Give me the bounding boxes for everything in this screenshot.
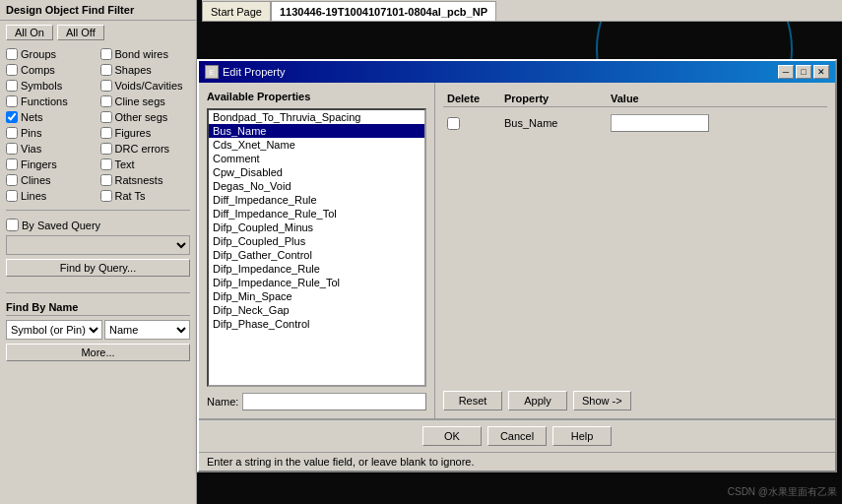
checkbox-grid: Groups Bond wires Comps Shapes Symbols V… — [0, 44, 196, 206]
checkbox-comps[interactable]: Comps — [4, 62, 98, 78]
checkbox-symbols-input[interactable] — [6, 80, 18, 92]
bus-name-checkbox-input[interactable] — [447, 117, 460, 130]
find-by-name-label: Find By Name — [6, 299, 190, 316]
all-on-button[interactable]: All On — [6, 25, 53, 40]
list-item-difp-min-space[interactable]: Difp_Min_Space — [209, 289, 424, 303]
checkbox-text[interactable]: Text — [98, 157, 193, 172]
delete-col-header: Delete — [447, 93, 496, 104]
checkbox-vias[interactable]: Vias — [4, 141, 98, 157]
properties-listbox[interactable]: Bondpad_To_Thruvia_Spacing Bus_Name Cds_… — [207, 108, 426, 387]
status-bar: Enter a string in the value field, or le… — [199, 452, 835, 471]
value-col-header: Value — [611, 93, 689, 104]
apply-button[interactable]: Apply — [508, 391, 567, 410]
tab-pcb[interactable]: 1130446-19T1004107101-0804al_pcb_NP — [271, 1, 496, 21]
dialog-minimize-button[interactable]: ─ — [778, 65, 794, 79]
list-item-cds-xnet[interactable]: Cds_Xnet_Name — [209, 138, 424, 152]
bus-name-value — [611, 114, 823, 132]
dialog-bottom-btns: OK Cancel Help — [199, 419, 835, 452]
by-saved-query-checkbox[interactable] — [6, 219, 19, 231]
list-item-difp-coupled-plus[interactable]: Difp_Coupled_Plus — [209, 234, 424, 248]
dialog-app-icon: E — [205, 65, 219, 79]
edit-property-dialog: E Edit Property ─ □ ✕ Available Properti… — [197, 59, 837, 472]
checkbox-functions-label: Functions — [21, 95, 68, 107]
all-off-button[interactable]: All Off — [57, 25, 104, 40]
checkbox-figures[interactable]: Figures — [98, 125, 193, 141]
checkbox-functions-input[interactable] — [6, 95, 18, 107]
checkbox-fingers-input[interactable] — [6, 158, 18, 170]
checkbox-cline-segs-input[interactable] — [100, 95, 112, 107]
dialog-title-left: E Edit Property — [205, 65, 286, 79]
checkbox-rat-ts[interactable]: Rat Ts — [98, 188, 193, 204]
checkbox-functions[interactable]: Functions — [4, 94, 98, 109]
reset-button[interactable]: Reset — [443, 391, 502, 410]
dialog-controls: ─ □ ✕ — [778, 65, 829, 79]
tab-start-page[interactable]: Start Page — [202, 1, 271, 21]
checkbox-symbols[interactable]: Symbols — [4, 78, 98, 94]
checkbox-pins[interactable]: Pins — [4, 125, 98, 141]
list-item-difp-coupled-minus[interactable]: Difp_Coupled_Minus — [209, 220, 424, 234]
checkbox-comps-input[interactable] — [6, 64, 18, 76]
checkbox-figures-input[interactable] — [100, 127, 112, 139]
checkbox-voids-input[interactable] — [100, 80, 112, 92]
list-item-diff-impedance-rule[interactable]: Diff_Impedance_Rule — [209, 193, 424, 207]
checkbox-rat-ts-input[interactable] — [100, 190, 112, 202]
checkbox-ratsnests-input[interactable] — [100, 174, 112, 186]
checkbox-text-input[interactable] — [100, 158, 112, 170]
checkbox-fingers[interactable]: Fingers — [4, 157, 98, 172]
help-button[interactable]: Help — [552, 426, 612, 446]
cancel-button[interactable]: Cancel — [487, 426, 547, 446]
list-item-difp-impedance[interactable]: Difp_Impedance_Rule — [209, 262, 424, 276]
list-item-comment[interactable]: Comment — [209, 152, 424, 165]
by-saved-query-row[interactable]: By Saved Query — [6, 219, 190, 231]
dialog-close-button[interactable]: ✕ — [813, 65, 829, 79]
checkbox-cline-segs[interactable]: Cline segs — [98, 94, 193, 109]
checkbox-drc-errors-label: DRC errors — [115, 143, 170, 155]
bus-name-delete-checkbox[interactable] — [447, 117, 496, 130]
ok-button[interactable]: OK — [422, 426, 482, 446]
find-symbol-dropdown[interactable]: Symbol (or Pin) — [6, 320, 102, 340]
checkbox-shapes[interactable]: Shapes — [98, 62, 193, 78]
list-item-difp-gather[interactable]: Difp_Gather_Control — [209, 248, 424, 262]
list-item-difp-phase[interactable]: Difp_Phase_Control — [209, 317, 424, 331]
checkbox-nets[interactable]: Nets — [4, 109, 98, 125]
checkbox-bond-wires[interactable]: Bond wires — [98, 46, 193, 62]
bus-name-value-input[interactable] — [611, 114, 709, 132]
more-button[interactable]: More... — [6, 344, 190, 361]
checkbox-ratsnests[interactable]: Ratsnests — [98, 172, 193, 188]
name-input[interactable] — [242, 393, 426, 410]
list-item-bus-name[interactable]: Bus_Name — [209, 124, 424, 138]
checkbox-voids-cavities[interactable]: Voids/Cavities — [98, 78, 193, 94]
checkbox-other-segs[interactable]: Other segs — [98, 109, 193, 125]
find-by-query-button[interactable]: Find by Query... — [6, 259, 190, 277]
checkbox-vias-input[interactable] — [6, 143, 18, 155]
checkbox-nets-input[interactable] — [6, 111, 18, 123]
name-label: Name: — [207, 396, 238, 408]
checkbox-lines-input[interactable] — [6, 190, 18, 202]
checkbox-pins-input[interactable] — [6, 127, 18, 139]
list-item-diff-impedance-tol[interactable]: Diff_Impedance_Rule_Tol — [209, 207, 424, 220]
checkbox-bond-wires-input[interactable] — [100, 48, 112, 60]
query-section: By Saved Query Find by Query... — [0, 215, 196, 288]
checkbox-clines[interactable]: Clines — [4, 172, 98, 188]
checkbox-lines-label: Lines — [21, 190, 46, 202]
checkbox-shapes-input[interactable] — [100, 64, 112, 76]
show-button[interactable]: Show -> — [573, 391, 631, 410]
checkbox-clines-input[interactable] — [6, 174, 18, 186]
list-item-bondpad[interactable]: Bondpad_To_Thruvia_Spacing — [209, 110, 424, 124]
property-row-bus-name: Bus_Name — [443, 111, 827, 135]
list-item-degas[interactable]: Degas_No_Void — [209, 179, 424, 193]
checkbox-lines[interactable]: Lines — [4, 188, 98, 204]
find-name-dropdown[interactable]: Name — [104, 320, 190, 340]
dialog-maximize-button[interactable]: □ — [796, 65, 811, 79]
list-item-cpw-disabled[interactable]: Cpw_Disabled — [209, 165, 424, 179]
checkbox-bond-wires-label: Bond wires — [115, 48, 168, 60]
checkbox-drc-errors[interactable]: DRC errors — [98, 141, 193, 157]
checkbox-groups[interactable]: Groups — [4, 46, 98, 62]
checkbox-groups-input[interactable] — [6, 48, 18, 60]
saved-query-dropdown[interactable] — [6, 235, 190, 255]
checkbox-groups-label: Groups — [21, 48, 56, 60]
list-item-difp-neck-gap[interactable]: Difp_Neck_Gap — [209, 303, 424, 317]
checkbox-drc-errors-input[interactable] — [100, 143, 112, 155]
list-item-difp-impedance-tol[interactable]: Difp_Impedance_Rule_Tol — [209, 276, 424, 289]
checkbox-other-segs-input[interactable] — [100, 111, 112, 123]
